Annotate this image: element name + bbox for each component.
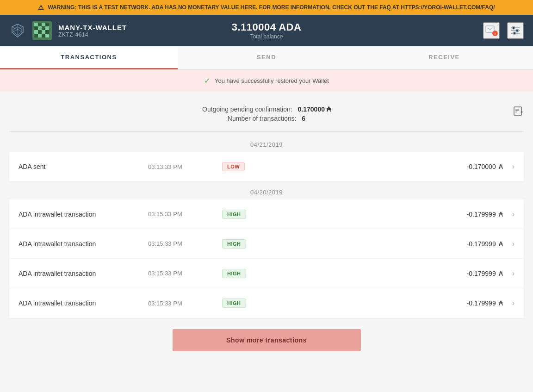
table-row[interactable]: ADA intrawallet transaction 03:15:33 PM … bbox=[9, 288, 524, 318]
svg-rect-7 bbox=[42, 23, 45, 26]
wallet-id: ZKTZ-4614 bbox=[58, 31, 127, 38]
success-banner: ✓ You have successfully restored your Wa… bbox=[0, 70, 533, 92]
tab-receive[interactable]: RECEIVE bbox=[355, 46, 533, 69]
svg-point-27 bbox=[512, 26, 515, 29]
tx-badge: HIGH bbox=[222, 239, 268, 249]
tx-badge: LOW bbox=[222, 162, 268, 171]
tx-amount: -0.179999 ₳ › bbox=[268, 210, 514, 218]
balance-label: Total balance bbox=[181, 33, 353, 40]
warning-icon: ⚠ bbox=[38, 4, 44, 11]
pending-label: Outgoing pending confirmation: bbox=[202, 106, 292, 113]
tx-label: ADA intrawallet transaction bbox=[19, 299, 148, 307]
tx-time: 03:15:33 PM bbox=[148, 211, 222, 218]
svg-rect-14 bbox=[38, 30, 42, 34]
svg-rect-10 bbox=[38, 26, 42, 30]
status-badge: HIGH bbox=[222, 269, 246, 278]
date-separator-2: 04/20/2019 bbox=[9, 183, 524, 199]
tx-count: 6 bbox=[302, 115, 305, 122]
tx-time: 03:15:33 PM bbox=[148, 240, 222, 247]
tx-badge: HIGH bbox=[222, 210, 268, 219]
ada-symbol: ₳ bbox=[499, 240, 503, 248]
date-separator-1: 04/21/2019 bbox=[9, 136, 524, 152]
ada-symbol: ₳ bbox=[499, 163, 503, 170]
tx-badge: HIGH bbox=[222, 269, 268, 278]
warning-link[interactable]: HTTPS://YOROI-WALLET.COM/FAQ/ bbox=[401, 4, 495, 11]
tx-label: ADA intrawallet transaction bbox=[19, 270, 148, 277]
pending-amount: 0.170000 ₳ bbox=[298, 106, 331, 113]
tx-label: ADA intrawallet transaction bbox=[19, 211, 148, 218]
status-badge: LOW bbox=[222, 162, 245, 171]
wallet-name: MANY-TX-WALLET bbox=[58, 24, 127, 31]
tx-amount: -0.179999 ₳ › bbox=[268, 299, 514, 307]
main-content: Outgoing pending confirmation: 0.170000 … bbox=[0, 92, 533, 365]
status-badge: HIGH bbox=[222, 299, 246, 308]
table-row[interactable]: ADA intrawallet transaction 03:15:33 PM … bbox=[9, 199, 524, 229]
tx-amount: -0.179999 ₳ › bbox=[268, 269, 514, 278]
separator bbox=[9, 131, 524, 132]
table-row[interactable]: ADA intrawallet transaction 03:15:33 PM … bbox=[9, 259, 524, 288]
tx-time: 03:15:33 PM bbox=[148, 270, 222, 277]
settings-button[interactable] bbox=[507, 22, 524, 39]
tab-bar: TRANSACTIONS SEND RECEIVE bbox=[0, 46, 533, 70]
tx-badge: HIGH bbox=[222, 299, 268, 308]
expand-icon[interactable]: › bbox=[512, 240, 514, 248]
tx-label: ADA sent bbox=[19, 163, 148, 170]
expand-icon[interactable]: › bbox=[512, 162, 514, 171]
tx-amount: -0.179999 ₳ › bbox=[268, 240, 514, 248]
svg-rect-20 bbox=[45, 34, 49, 37]
tx-amount: -0.170000 ₳ › bbox=[268, 162, 514, 171]
notification-button[interactable]: ! bbox=[483, 22, 500, 39]
tab-send[interactable]: SEND bbox=[178, 46, 355, 69]
export-button[interactable] bbox=[513, 106, 524, 119]
header-left: MANY-TX-WALLET ZKTZ-4614 bbox=[9, 21, 181, 40]
svg-rect-8 bbox=[45, 23, 49, 26]
header-balance: 3.110004 ADA Total balance bbox=[181, 21, 353, 40]
tx-count-line: Number of transactions: 6 bbox=[228, 115, 305, 122]
svg-rect-19 bbox=[42, 34, 45, 37]
expand-icon[interactable]: › bbox=[512, 210, 514, 218]
svg-text:!: ! bbox=[495, 32, 496, 36]
expand-icon[interactable]: › bbox=[512, 269, 514, 278]
tx-group-2: ADA intrawallet transaction 03:15:33 PM … bbox=[9, 199, 524, 318]
check-icon: ✓ bbox=[204, 76, 210, 85]
svg-rect-11 bbox=[42, 26, 45, 30]
balance-amount: 3.110004 ADA bbox=[181, 21, 353, 33]
status-badge: HIGH bbox=[222, 239, 246, 249]
ada-symbol: ₳ bbox=[499, 270, 503, 277]
wallet-avatar bbox=[32, 21, 52, 40]
table-row[interactable]: ADA sent 03:13:33 PM LOW -0.170000 ₳ › bbox=[9, 152, 524, 181]
success-message: You have successfully restored your Wall… bbox=[215, 77, 329, 84]
svg-rect-18 bbox=[38, 34, 42, 37]
table-row[interactable]: ADA intrawallet transaction 03:15:33 PM … bbox=[9, 229, 524, 259]
svg-rect-5 bbox=[34, 23, 38, 26]
ada-symbol: ₳ bbox=[499, 299, 503, 307]
tx-time: 03:15:33 PM bbox=[148, 300, 222, 307]
svg-point-29 bbox=[513, 32, 516, 35]
pending-line: Outgoing pending confirmation: 0.170000 … bbox=[202, 106, 331, 113]
svg-rect-13 bbox=[34, 30, 38, 34]
tx-group-1: ADA sent 03:13:33 PM LOW -0.170000 ₳ › bbox=[9, 152, 524, 181]
wallet-info: MANY-TX-WALLET ZKTZ-4614 bbox=[58, 24, 127, 38]
tx-label: ADA intrawallet transaction bbox=[19, 240, 148, 248]
show-more-button[interactable]: Show more transactions bbox=[173, 329, 361, 351]
svg-rect-16 bbox=[45, 30, 49, 34]
svg-point-28 bbox=[516, 29, 519, 32]
svg-rect-9 bbox=[34, 26, 38, 30]
tab-transactions[interactable]: TRANSACTIONS bbox=[0, 46, 178, 69]
summary-section: Outgoing pending confirmation: 0.170000 … bbox=[9, 101, 524, 131]
tx-time: 03:13:33 PM bbox=[148, 163, 222, 170]
header-actions: ! bbox=[352, 22, 524, 39]
ada-symbol: ₳ bbox=[499, 211, 503, 218]
warning-text: WARNING: THIS IS A TEST NETWORK. ADA HAS… bbox=[48, 4, 495, 11]
yoroi-logo bbox=[9, 22, 26, 39]
svg-rect-30 bbox=[514, 107, 521, 115]
svg-rect-17 bbox=[34, 34, 38, 37]
status-badge: HIGH bbox=[222, 210, 246, 219]
warning-banner: ⚠ WARNING: THIS IS A TEST NETWORK. ADA H… bbox=[0, 0, 533, 15]
svg-rect-15 bbox=[42, 30, 45, 34]
expand-icon[interactable]: › bbox=[512, 299, 514, 307]
header: MANY-TX-WALLET ZKTZ-4614 3.110004 ADA To… bbox=[0, 15, 533, 46]
svg-rect-12 bbox=[45, 26, 49, 30]
svg-rect-21 bbox=[486, 26, 494, 32]
tx-count-label: Number of transactions: bbox=[228, 115, 297, 122]
